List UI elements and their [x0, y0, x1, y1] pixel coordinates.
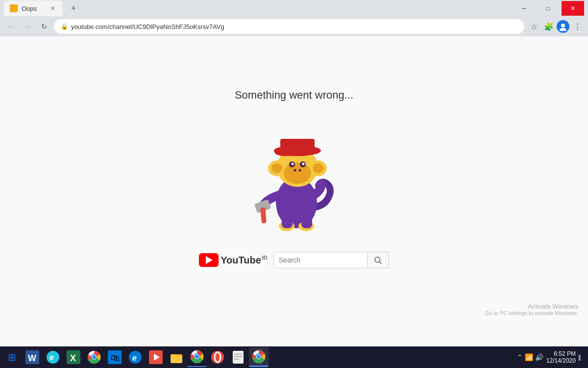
- svg-rect-55: [234, 359, 239, 360]
- taskbar-start-button[interactable]: ⊞: [2, 347, 22, 367]
- taskbar-store-icon[interactable]: 🛍: [105, 347, 124, 367]
- youtube-text: YouTubeID: [220, 255, 268, 266]
- activate-line2: Go to PC settings to activate Windows.: [485, 310, 578, 316]
- svg-text:e: e: [132, 354, 137, 362]
- youtube-logo-text: YouTube: [220, 255, 261, 265]
- taskbar: ⊞ W e X 🛍 e: [0, 346, 588, 368]
- svg-point-27: [375, 257, 380, 263]
- error-container: Something went wrong...: [199, 89, 389, 268]
- svg-text:W: W: [28, 353, 36, 363]
- svg-point-38: [92, 355, 96, 359]
- taskbar-word-icon[interactable]: W: [23, 347, 42, 367]
- taskbar-excel-icon[interactable]: X: [64, 347, 83, 367]
- svg-rect-53: [234, 354, 242, 355]
- tab-close-button[interactable]: ✕: [48, 4, 57, 13]
- search-button[interactable]: [367, 252, 389, 268]
- taskbar-chrome2-icon[interactable]: [187, 347, 207, 367]
- youtube-search-bar: YouTubeID: [199, 252, 389, 268]
- taskbar-docs-icon[interactable]: [228, 347, 248, 367]
- clock[interactable]: 6:52 PM 12/14/2020: [546, 350, 576, 364]
- profile-button[interactable]: [557, 20, 569, 33]
- browser-tab[interactable]: Oops ✕: [4, 0, 63, 16]
- clock-time: 6:52 PM: [546, 350, 576, 357]
- activate-windows-watermark: Activate Windows Go to PC settings to ac…: [485, 303, 578, 316]
- taskbar-filemanager-icon[interactable]: [167, 347, 186, 367]
- svg-point-19: [291, 163, 294, 165]
- toolbar-icons: ☆ 🧩 ⋮: [527, 20, 584, 33]
- taskbar-right: ⌃ 📶 🔊 6:52 PM 12/14/2020 ▌: [517, 350, 586, 364]
- bookmark-icon[interactable]: ☆: [527, 20, 541, 33]
- show-desktop-button[interactable]: ▌: [579, 355, 582, 360]
- svg-rect-6: [301, 216, 312, 228]
- svg-rect-4: [282, 216, 293, 228]
- svg-text:🛍: 🛍: [111, 353, 120, 363]
- system-tray-icons: ⌃ 📶 🔊: [517, 353, 543, 361]
- svg-point-22: [298, 169, 301, 172]
- youtube-logo[interactable]: YouTubeID: [199, 253, 268, 267]
- svg-point-26: [274, 148, 296, 156]
- back-button[interactable]: ←: [4, 20, 18, 33]
- svg-text:e: e: [49, 353, 54, 362]
- svg-text:X: X: [70, 353, 76, 363]
- taskbar-ie-icon[interactable]: e: [43, 347, 63, 367]
- taskbar-chrome-active-icon[interactable]: [249, 347, 269, 367]
- lock-icon: 🔒: [61, 23, 68, 30]
- taskbar-edge-icon[interactable]: e: [125, 347, 145, 367]
- refresh-button[interactable]: ↻: [37, 20, 51, 33]
- window-controls: ─ □ ✕: [513, 1, 584, 16]
- tray-arrow-icon[interactable]: ⌃: [517, 353, 523, 361]
- svg-point-21: [294, 169, 296, 172]
- play-triangle: [206, 256, 213, 264]
- minimize-button[interactable]: ─: [513, 1, 535, 16]
- taskbar-opera-icon[interactable]: [208, 347, 227, 367]
- tab-favicon: [10, 4, 18, 12]
- search-input[interactable]: [274, 252, 367, 268]
- youtube-icon: [199, 253, 219, 267]
- browser-window: Oops ✕ + ─ □ ✕ ← → ↻ 🔒 ☆ 🧩 ⋮: [0, 0, 588, 36]
- extensions-icon[interactable]: 🧩: [542, 20, 556, 33]
- svg-point-16: [284, 162, 311, 184]
- address-input[interactable]: [71, 23, 517, 30]
- address-input-wrap: 🔒: [54, 19, 524, 34]
- svg-point-0: [561, 24, 565, 27]
- search-input-wrap: [273, 252, 389, 268]
- menu-icon[interactable]: ⋮: [570, 20, 584, 33]
- activate-line1: Activate Windows: [485, 303, 578, 310]
- svg-point-1: [560, 28, 566, 31]
- title-bar: Oops ✕ + ─ □ ✕: [0, 0, 588, 17]
- svg-point-59: [257, 355, 261, 359]
- network-icon[interactable]: 📶: [525, 353, 533, 361]
- clock-date: 12/14/2020: [546, 357, 576, 364]
- svg-rect-54: [234, 356, 242, 357]
- close-button[interactable]: ✕: [562, 1, 584, 16]
- volume-icon[interactable]: 🔊: [535, 353, 543, 361]
- new-tab-button[interactable]: +: [67, 1, 80, 15]
- svg-point-15: [313, 163, 323, 173]
- svg-point-13: [271, 163, 282, 173]
- svg-point-49: [195, 355, 199, 359]
- svg-point-9: [316, 180, 326, 189]
- error-message: Something went wrong...: [235, 89, 353, 102]
- svg-point-20: [302, 163, 304, 165]
- maximize-button[interactable]: □: [537, 1, 560, 16]
- svg-line-28: [380, 262, 382, 263]
- youtube-locale: ID: [262, 255, 268, 261]
- monkey-illustration: [245, 109, 343, 237]
- taskbar-media-icon[interactable]: [146, 347, 166, 367]
- address-bar: ← → ↻ 🔒 ☆ 🧩 ⋮: [0, 17, 588, 36]
- tab-title: Oops: [22, 5, 37, 12]
- taskbar-chrome-icon[interactable]: [84, 347, 104, 367]
- forward-button[interactable]: →: [21, 20, 34, 33]
- page-content: Something went wrong...: [0, 36, 588, 350]
